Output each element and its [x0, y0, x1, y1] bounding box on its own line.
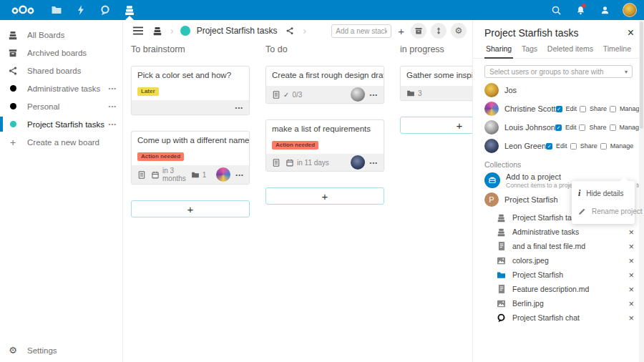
share-select-placeholder: Select users or groups to share with [489, 68, 604, 76]
card-title: make a list of requirements [266, 120, 384, 136]
search-icon[interactable] [550, 4, 562, 16]
panel-title: Project Starfish tasks [484, 27, 579, 39]
add-card-button[interactable]: + [265, 187, 384, 205]
tab-deleted-items[interactable]: Deleted items [546, 43, 595, 58]
manage-checkbox[interactable] [610, 124, 616, 131]
card[interactable]: Create a first rough design draft ✓ 0/3 [265, 66, 384, 104]
list-item[interactable]: Feature description.md × [473, 282, 644, 296]
app-activity[interactable] [69, 0, 93, 20]
board-actions-menu[interactable]: ••• [109, 121, 117, 127]
user-avatar[interactable] [623, 3, 637, 17]
list-item[interactable]: Administrative tasks × [473, 225, 644, 239]
card[interactable]: Pick a color set and how? Later ••• [131, 66, 250, 115]
app-deck[interactable] [117, 0, 142, 20]
card[interactable]: make a list of requirements Action neede… [265, 119, 384, 172]
hamburger-menu-icon[interactable] [132, 24, 145, 37]
scrollbar[interactable] [639, 20, 644, 362]
share-checkbox[interactable] [579, 124, 585, 131]
create-new-board-button[interactable]: + Create a new board [0, 133, 122, 151]
remove-icon[interactable]: × [628, 299, 634, 308]
card[interactable]: Come up with a different name Action nee… [131, 131, 250, 185]
list-item[interactable]: colors.jpeg × [473, 253, 644, 268]
all-boards-home-icon[interactable] [151, 24, 164, 37]
app-files[interactable] [44, 0, 69, 20]
plus-icon: + [7, 137, 19, 148]
board-share-icon[interactable] [283, 24, 296, 37]
card-actions-menu[interactable]: ••• [370, 92, 378, 98]
card[interactable]: Gather some inspirational ma 3 [400, 66, 472, 101]
card-footer: in 11 days ••• [266, 154, 384, 171]
description-icon [272, 90, 280, 99]
nextcloud-logo[interactable] [7, 0, 39, 20]
card-footer: in 3 months 1 ••• [132, 165, 249, 184]
attachments-folder-icon [191, 171, 200, 179]
stack-title: To brainstorm [131, 44, 250, 56]
tag-action-needed: Action needed [272, 141, 318, 150]
avatar [484, 139, 499, 153]
contacts-icon[interactable] [598, 4, 611, 16]
remove-icon[interactable]: × [628, 313, 634, 323]
calendar-icon [151, 170, 160, 180]
sidebar-item-shared-boards[interactable]: Shared boards [0, 62, 122, 79]
remove-icon[interactable]: × [628, 256, 634, 265]
close-icon[interactable]: × [628, 27, 634, 39]
board-actions-menu[interactable]: ••• [109, 85, 117, 92]
manage-checkbox[interactable] [600, 143, 607, 150]
card-actions-menu[interactable]: ••• [370, 160, 378, 166]
add-card-button[interactable]: + [131, 200, 250, 217]
archive-toggle-button[interactable] [411, 23, 426, 39]
project-context-menu: i Hide details Rename project [572, 181, 635, 224]
edit-label: Edit [565, 124, 577, 131]
menu-item-hide-details[interactable]: i Hide details [572, 185, 635, 202]
board-main: › Project Starfish tasks › + [123, 20, 472, 362]
board-color-dot [7, 119, 19, 130]
list-item[interactable]: Berlin.jpg × [473, 296, 644, 310]
remove-icon[interactable]: × [628, 228, 634, 237]
add-card-button[interactable]: + [400, 117, 472, 134]
sidebar-item-project-starfish-tasks[interactable]: Project Starfish tasks ••• [0, 115, 122, 133]
tab-timeline[interactable]: Timeline [602, 43, 633, 58]
user-name: Jos [504, 86, 517, 94]
due-date-label: in 3 months [162, 167, 186, 182]
project-resources-list: Project Starfish tasks × Administrative … [473, 209, 644, 325]
edit-checkbox[interactable]: ✓ [556, 106, 562, 112]
remove-icon[interactable]: × [628, 270, 634, 280]
list-item[interactable]: and a final test file.md × [473, 239, 644, 253]
notifications-bell-icon[interactable] [574, 4, 587, 16]
stack-to-do: To do Create a first rough design draft … [265, 44, 384, 205]
tab-tags[interactable]: Tags [520, 43, 539, 58]
share-checkbox[interactable] [580, 106, 586, 112]
share-icon [7, 65, 19, 77]
list-item[interactable]: Project Starfish × [473, 268, 644, 282]
board-actions-menu[interactable]: ••• [109, 103, 117, 109]
sidebar-item-all-boards[interactable]: All Boards [0, 26, 122, 44]
sidebar-item-administrative-tasks[interactable]: Administrative tasks ••• [0, 79, 122, 97]
list-item[interactable]: Project Starfish chat × [473, 310, 644, 325]
share-checkbox[interactable] [570, 143, 577, 150]
card-actions-menu[interactable]: ••• [235, 104, 243, 111]
share-user-select[interactable]: Select users or groups to share with ▾ [484, 65, 633, 78]
card-actions-menu[interactable]: ••• [235, 172, 243, 178]
scrollbar-thumb[interactable] [640, 21, 643, 129]
remove-icon[interactable]: × [628, 242, 634, 251]
sidebar-item-archived-boards[interactable]: Archived boards [0, 44, 122, 62]
board-settings-gear-button[interactable]: ⚙ [451, 23, 467, 39]
add-stack-input[interactable] [331, 24, 391, 38]
remove-icon[interactable]: × [628, 285, 634, 294]
sidebar-item-personal[interactable]: Personal ••• [0, 97, 122, 115]
app-talk[interactable] [93, 0, 117, 20]
manage-checkbox[interactable] [610, 106, 616, 112]
menu-item-rename-project[interactable]: Rename project [572, 202, 635, 220]
item-label: colors.jpeg [512, 256, 549, 265]
settings-button[interactable]: ⚙ Settings [0, 341, 122, 359]
compact-mode-button[interactable] [431, 23, 447, 39]
description-icon [272, 158, 280, 167]
board-details-panel: Project Starfish tasks × Sharing Tags De… [472, 20, 644, 362]
add-stack-button[interactable]: + [396, 25, 406, 37]
edit-checkbox[interactable]: ✓ [546, 143, 552, 150]
edit-checkbox[interactable]: ✓ [555, 124, 562, 131]
tab-sharing[interactable]: Sharing [484, 43, 513, 59]
active-app-indicator [125, 16, 134, 20]
breadcrumb-board-title[interactable]: Project Starfish tasks [197, 26, 278, 36]
share-label: Share [589, 124, 606, 131]
